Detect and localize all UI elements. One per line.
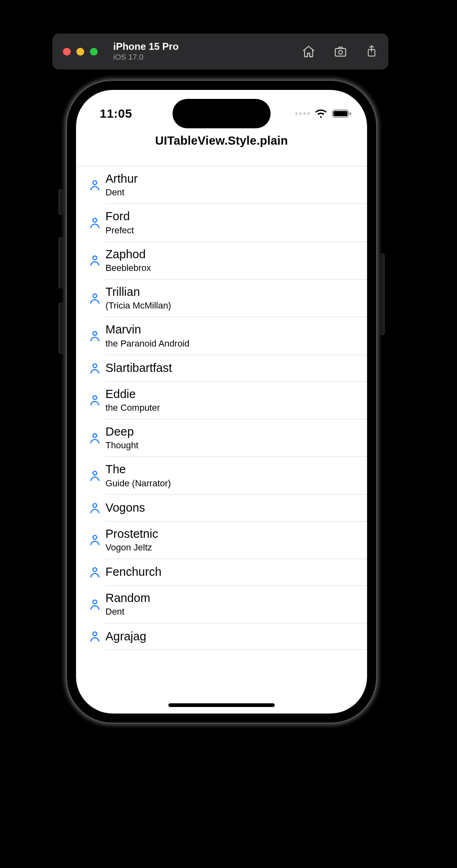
person-icon: [84, 630, 105, 643]
simulator-os-version: iOS 17.0: [113, 53, 302, 62]
row-title: Fenchurch: [105, 565, 161, 579]
person-icon: [84, 501, 105, 515]
row-text: Vogons: [105, 501, 145, 515]
person-icon: [84, 469, 105, 482]
window-traffic-lights: [63, 48, 98, 56]
window-zoom-button[interactable]: [90, 48, 98, 56]
person-icon: [84, 329, 105, 342]
row-title: Marvin: [105, 323, 190, 336]
table-row[interactable]: Zaphod Beeblebrox: [76, 242, 367, 279]
row-title: Vogons: [105, 501, 145, 515]
status-time: 11:05: [100, 107, 132, 121]
person-icon: [84, 216, 105, 229]
row-subtitle: the Paranoid Android: [105, 338, 190, 349]
row-subtitle: Prefect: [105, 225, 134, 236]
svg-point-12: [93, 396, 96, 400]
row-title: Eddie: [105, 387, 160, 401]
screenshot-icon[interactable]: [334, 45, 347, 58]
table-row[interactable]: Deep Thought: [76, 419, 367, 456]
row-text: Deep Thought: [105, 425, 139, 451]
row-subtitle: (Tricia McMillan): [105, 300, 171, 311]
row-title: Zaphod: [105, 248, 151, 261]
cellular-dots-icon: [295, 112, 310, 115]
table-row[interactable]: Prostetnic Vogon Jeltz: [76, 521, 367, 559]
person-icon: [84, 179, 105, 192]
row-title: Ford: [105, 210, 134, 223]
row-title: Arthur: [105, 172, 138, 186]
table-row[interactable]: Arthur Dent: [76, 166, 367, 204]
row-text: Slartibartfast: [105, 361, 172, 375]
table-row[interactable]: Ford Prefect: [76, 204, 367, 241]
device-side-button[interactable]: [380, 253, 385, 335]
simulator-toolbar: [302, 45, 378, 58]
svg-point-18: [93, 600, 96, 604]
row-subtitle: the Computer: [105, 403, 160, 413]
person-icon: [84, 292, 105, 305]
simulator-title-block: iPhone 15 Pro iOS 17.0: [113, 41, 302, 62]
contacts-table[interactable]: Arthur Dent Ford Prefect Zaphod Beeblebr…: [76, 166, 367, 650]
person-icon: [84, 394, 105, 407]
table-row[interactable]: Trillian (Tricia McMillan): [76, 280, 367, 317]
nav-title: UITableView.Style.plain: [155, 134, 288, 148]
table-row[interactable]: Agrajag: [76, 623, 367, 649]
svg-point-16: [93, 536, 96, 539]
row-subtitle: Thought: [105, 440, 139, 451]
svg-rect-0: [335, 49, 346, 56]
row-text: The Guide (Narrator): [105, 463, 171, 488]
battery-icon: [332, 109, 352, 118]
svg-point-7: [93, 218, 96, 222]
row-text: Prostetnic Vogon Jeltz: [105, 527, 158, 553]
row-text: Fenchurch: [105, 565, 161, 579]
table-row[interactable]: Marvin the Paranoid Android: [76, 317, 367, 354]
svg-point-19: [93, 632, 96, 636]
person-icon: [84, 598, 105, 611]
svg-point-13: [93, 434, 96, 437]
row-text: Marvin the Paranoid Android: [105, 323, 190, 349]
person-icon: [84, 533, 105, 546]
svg-rect-4: [334, 111, 348, 116]
row-subtitle: Dent: [105, 187, 138, 198]
share-icon[interactable]: [365, 45, 378, 58]
svg-point-10: [93, 331, 96, 335]
device-volume-up-button[interactable]: [58, 237, 63, 289]
svg-point-14: [93, 471, 96, 475]
svg-point-1: [338, 51, 342, 54]
person-icon: [84, 254, 105, 267]
person-icon: [84, 566, 105, 579]
table-row[interactable]: Eddie the Computer: [76, 382, 367, 419]
table-row[interactable]: The Guide (Narrator): [76, 457, 367, 494]
window-close-button[interactable]: [63, 48, 71, 56]
row-text: Eddie the Computer: [105, 387, 160, 413]
svg-point-15: [93, 503, 96, 507]
person-icon: [84, 432, 105, 445]
row-title: Deep: [105, 425, 139, 438]
wifi-icon: [315, 109, 327, 118]
row-subtitle: Vogon Jeltz: [105, 542, 158, 553]
table-row[interactable]: Random Dent: [76, 586, 367, 623]
svg-point-6: [93, 181, 96, 184]
simulator-window-titlebar[interactable]: iPhone 15 Pro iOS 17.0: [52, 34, 388, 69]
row-text: Ford Prefect: [105, 210, 134, 235]
table-row[interactable]: Vogons: [76, 495, 367, 521]
table-row[interactable]: Slartibartfast: [76, 355, 367, 381]
navigation-bar: UITableView.Style.plain: [76, 134, 367, 166]
iphone-device-frame: 11:05: [67, 81, 376, 723]
svg-point-9: [93, 294, 96, 298]
device-silent-switch[interactable]: [58, 189, 63, 215]
svg-point-17: [93, 568, 96, 571]
svg-point-8: [93, 256, 96, 260]
row-text: Agrajag: [105, 630, 146, 643]
table-row[interactable]: Fenchurch: [76, 559, 367, 585]
row-title: Random: [105, 591, 150, 605]
window-minimize-button[interactable]: [76, 48, 84, 56]
row-subtitle: Dent: [105, 606, 150, 617]
device-screen: 11:05: [76, 90, 367, 714]
row-subtitle: Beeblebrox: [105, 263, 151, 273]
device-volume-down-button[interactable]: [58, 302, 63, 354]
row-separator: [105, 649, 367, 650]
row-title: Slartibartfast: [105, 361, 172, 375]
home-indicator[interactable]: [168, 703, 275, 707]
home-icon[interactable]: [302, 45, 316, 58]
svg-rect-5: [350, 112, 352, 115]
row-title: The: [105, 463, 171, 476]
